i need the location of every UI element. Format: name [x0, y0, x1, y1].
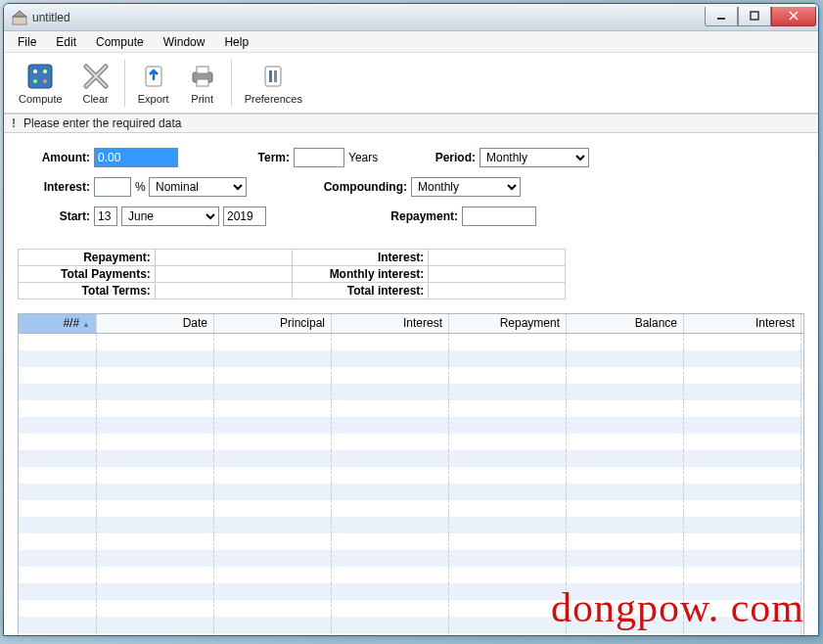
svg-rect-6	[28, 65, 52, 88]
svg-rect-0	[13, 17, 26, 24]
grid-col-balance[interactable]: Balance	[567, 314, 684, 333]
amount-label: Amount:	[18, 151, 94, 164]
window-title: untitled	[32, 11, 705, 24]
summary-total-terms-label: Total Terms:	[19, 283, 156, 299]
maximize-button[interactable]	[738, 7, 771, 26]
term-unit: Years	[344, 151, 384, 164]
window-buttons	[705, 7, 816, 26]
svg-rect-18	[197, 79, 208, 86]
table-row	[19, 334, 803, 350]
svg-rect-3	[751, 12, 758, 20]
table-row	[19, 500, 803, 517]
menu-help[interactable]: Help	[214, 32, 258, 52]
svg-rect-19	[265, 67, 281, 86]
grid-col-principal[interactable]: Principal	[214, 314, 332, 333]
table-row	[19, 617, 803, 633]
grid-col-date[interactable]: Date	[97, 314, 214, 333]
grid-col-repayment[interactable]: Repayment	[449, 314, 567, 333]
status-icon: !	[12, 116, 16, 130]
start-day-input[interactable]	[94, 207, 117, 226]
app-window: untitled File Edit Compute Window Help C…	[3, 3, 819, 636]
period-label: Period:	[411, 151, 480, 164]
form-area: Amount: Term: Years Period: Monthly Inte…	[4, 133, 818, 245]
minimize-button[interactable]	[705, 7, 738, 26]
close-button[interactable]	[771, 7, 816, 26]
clear-button[interactable]: Clear	[71, 56, 120, 111]
export-label: Export	[138, 93, 169, 105]
app-icon	[12, 10, 27, 25]
menubar: File Edit Compute Window Help	[4, 31, 818, 53]
summary-table: Repayment: Interest: Total Payments: Mon…	[18, 249, 566, 299]
compute-button[interactable]: Compute	[10, 56, 71, 111]
table-row	[19, 417, 803, 434]
toolbar: Compute Clear Export Print Preferences	[4, 53, 818, 114]
table-row	[19, 434, 803, 450]
compounding-label: Compounding:	[305, 180, 411, 194]
titlebar: untitled	[4, 4, 818, 31]
preferences-button[interactable]: Preferences	[236, 56, 311, 111]
summary-total-payments-value	[155, 266, 292, 283]
summary-repayment-label: Repayment:	[19, 250, 156, 266]
table-row	[19, 483, 803, 500]
interest-input[interactable]	[94, 177, 131, 197]
svg-point-10	[43, 79, 47, 83]
table-row	[19, 450, 803, 467]
table-row	[19, 467, 803, 483]
grid-col-interest[interactable]: Interest	[332, 314, 449, 333]
summary-monthly-interest-label: Monthly interest:	[292, 266, 429, 283]
start-month-select[interactable]: June	[121, 207, 219, 226]
print-icon	[187, 61, 218, 92]
start-label: Start:	[18, 209, 94, 223]
clear-icon	[80, 61, 112, 92]
menu-window[interactable]: Window	[154, 32, 215, 52]
tool-separator	[124, 60, 125, 107]
amount-input[interactable]	[94, 148, 178, 167]
start-year-input[interactable]	[223, 207, 266, 226]
term-input[interactable]	[294, 148, 344, 167]
summary-interest-label: Interest:	[292, 250, 429, 266]
status-message: Please enter the required data	[23, 116, 181, 130]
export-button[interactable]: Export	[129, 56, 178, 111]
compounding-select[interactable]: Monthly	[411, 177, 521, 197]
grid-header: #/#▲ Date Principal Interest Repayment B…	[19, 314, 803, 334]
svg-rect-21	[274, 70, 277, 82]
export-icon	[138, 61, 169, 92]
table-row	[19, 550, 803, 567]
tool-separator	[231, 60, 232, 107]
menu-edit[interactable]: Edit	[46, 32, 86, 52]
table-row	[19, 384, 803, 400]
table-row	[19, 517, 803, 533]
print-button[interactable]: Print	[178, 56, 227, 111]
summary-total-payments-label: Total Payments:	[19, 266, 156, 283]
sort-asc-icon: ▲	[82, 320, 90, 329]
summary-total-terms-value	[155, 283, 292, 299]
summary-total-interest-label: Total interest:	[292, 283, 429, 299]
term-label: Term:	[225, 151, 294, 164]
summary-interest-value	[429, 250, 566, 266]
data-grid[interactable]: #/#▲ Date Principal Interest Repayment B…	[18, 313, 804, 636]
clear-label: Clear	[82, 93, 108, 105]
grid-col-interest2[interactable]: Interest	[684, 314, 801, 333]
summary-repayment-value	[155, 250, 292, 266]
preferences-icon	[257, 61, 289, 92]
summary-total-interest-value	[429, 283, 566, 299]
summary-monthly-interest-value	[429, 266, 566, 283]
grid-col-index[interactable]: #/#▲	[19, 314, 97, 333]
preferences-label: Preferences	[245, 93, 302, 105]
compute-icon	[24, 61, 56, 92]
menu-compute[interactable]: Compute	[86, 32, 154, 52]
table-row	[19, 400, 803, 417]
compute-label: Compute	[19, 93, 63, 105]
svg-point-8	[43, 69, 47, 73]
print-label: Print	[191, 93, 213, 105]
svg-marker-1	[13, 11, 26, 17]
table-row	[19, 367, 803, 384]
period-select[interactable]: Monthly	[480, 148, 589, 167]
repayment-input[interactable]	[462, 207, 536, 226]
svg-rect-20	[269, 70, 272, 82]
table-row	[19, 600, 803, 617]
table-row	[19, 583, 803, 600]
interest-label: Interest:	[18, 180, 94, 194]
interest-type-select[interactable]: Nominal	[149, 177, 247, 197]
menu-file[interactable]: File	[8, 32, 46, 52]
